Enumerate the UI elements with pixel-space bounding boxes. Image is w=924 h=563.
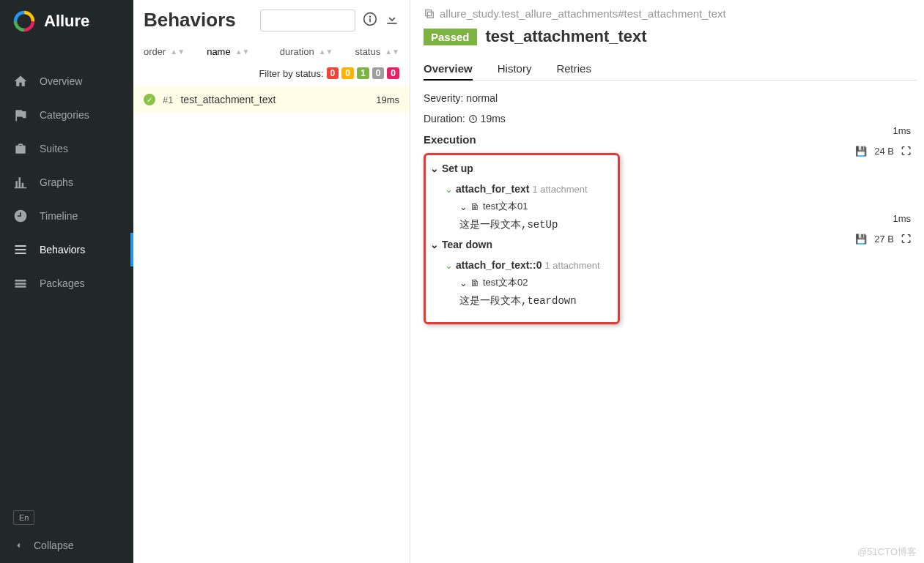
sidebar-item-packages[interactable]: Packages [0, 266, 133, 300]
test-name: test_attachment_text [180, 94, 276, 105]
status-passed-icon: ✓ [144, 94, 155, 105]
filter-skipped[interactable]: 0 [372, 67, 385, 79]
briefcase-icon [13, 141, 28, 156]
test-title: test_attachment_text [486, 27, 647, 46]
status-badge: Passed [424, 29, 477, 45]
sidebar-item-label: Suites [40, 143, 68, 154]
download-icon[interactable] [385, 12, 399, 29]
clock-icon [13, 209, 28, 223]
sort-status[interactable]: status▲▼ [355, 46, 399, 57]
filter-passed[interactable]: 1 [357, 67, 369, 79]
tab-overview[interactable]: Overview [424, 58, 473, 81]
collapse-button[interactable]: Collapse [13, 540, 120, 551]
sidebar-item-categories[interactable]: Categories [0, 98, 133, 132]
setup-fixture[interactable]: ⌄ attach_for_text 1 attachment [430, 180, 613, 198]
duration-line: Duration: 19ms [424, 113, 917, 124]
file-icon: 🗎 [470, 277, 480, 288]
sidebar-item-label: Timeline [40, 210, 78, 222]
allure-logo-icon [13, 10, 35, 32]
sidebar-footer: En Collapse [0, 499, 133, 563]
sort-duration[interactable]: duration▲▼ [280, 46, 333, 57]
chevron-down-icon: ⌄ [459, 277, 467, 288]
chevron-down-icon: ⌄ [445, 184, 453, 195]
sidebar: Allure Overview Categories Suites Graphs… [0, 0, 133, 563]
filter-row: Filter by status: 0 0 1 0 0 [133, 63, 410, 86]
home-icon [13, 74, 28, 89]
sort-row: order▲▼ name▲▼ duration▲▼ status▲▼ [133, 40, 410, 63]
attachment-meta-1: 💾24 B ⛶ [855, 146, 911, 157]
sidebar-item-behaviors[interactable]: Behaviors [0, 233, 133, 266]
behaviors-header: Behaviors [133, 0, 410, 40]
sidebar-item-overview[interactable]: Overview [0, 64, 133, 98]
sidebar-item-timeline[interactable]: Timeline [0, 199, 133, 233]
tab-history[interactable]: History [498, 58, 532, 80]
collapse-label: Collapse [34, 540, 73, 551]
sidebar-item-label: Behaviors [40, 244, 85, 256]
teardown-header[interactable]: ⌄ Tear down [430, 239, 613, 250]
chevron-down-icon: ⌄ [430, 163, 439, 174]
test-row[interactable]: ✓ #1 test_attachment_text 19ms [133, 86, 410, 113]
chevron-left-icon [13, 540, 23, 551]
test-duration: 19ms [376, 94, 399, 105]
clock-icon [468, 114, 478, 124]
svg-rect-6 [369, 18, 371, 22]
tab-retries[interactable]: Retries [556, 58, 591, 80]
fullscreen-icon[interactable]: ⛶ [901, 234, 911, 245]
brand-text: Allure [44, 12, 89, 31]
save-icon[interactable]: 💾 [855, 146, 867, 157]
attachment-row-2[interactable]: ⌄ 🗎 test文本02 [430, 274, 613, 291]
sidebar-item-label: Categories [40, 109, 89, 121]
svg-rect-7 [427, 12, 433, 18]
watermark: @51CTO博客 [857, 545, 917, 559]
execution-box: ⌄ Set up ⌄ attach_for_text 1 attachment … [424, 153, 620, 324]
detail-panel: allure_study.test_allure_attachments#tes… [410, 0, 924, 563]
fullscreen-icon[interactable]: ⛶ [901, 146, 911, 157]
behaviors-panel: Behaviors order▲▼ name▲▼ duration▲▼ stat… [133, 0, 410, 563]
teardown-duration: 1ms [892, 213, 911, 224]
filter-broken[interactable]: 0 [341, 67, 354, 79]
setup-header[interactable]: ⌄ Set up [430, 163, 613, 174]
language-button[interactable]: En [13, 510, 34, 525]
chevron-down-icon: ⌄ [445, 260, 453, 271]
filter-unknown[interactable]: 0 [387, 67, 399, 79]
filter-failed[interactable]: 0 [327, 67, 339, 79]
sidebar-item-suites[interactable]: Suites [0, 132, 133, 165]
sort-order[interactable]: order▲▼ [144, 46, 185, 57]
copy-icon[interactable] [424, 8, 435, 20]
save-icon[interactable]: 💾 [855, 234, 867, 245]
attachment-content-2: 这是一段文本,teardown [430, 291, 613, 315]
title-row: Passed test_attachment_text [424, 27, 917, 46]
sort-name[interactable]: name▲▼ [207, 46, 249, 57]
teardown-fixture[interactable]: ⌄ attach_for_text::0 1 attachment [430, 256, 613, 274]
file-icon: 🗎 [470, 201, 480, 212]
svg-rect-8 [426, 10, 432, 15]
layers-icon [13, 276, 28, 291]
bar-chart-icon [13, 175, 28, 190]
chevron-down-icon: ⌄ [430, 239, 439, 250]
sidebar-item-label: Graphs [40, 176, 73, 188]
logo[interactable]: Allure [0, 0, 133, 42]
flag-icon [13, 108, 28, 122]
svg-point-5 [369, 15, 372, 18]
panel-title: Behaviors [144, 9, 236, 31]
breadcrumb: allure_study.test_allure_attachments#tes… [424, 7, 917, 20]
test-id: #1 [163, 94, 173, 105]
chevron-down-icon: ⌄ [459, 201, 467, 212]
setup-duration: 1ms [892, 125, 911, 136]
attachment-row-1[interactable]: ⌄ 🗎 test文本01 [430, 198, 613, 215]
sidebar-item-label: Packages [40, 277, 84, 289]
attachment-meta-2: 💾27 B ⛶ [855, 234, 911, 245]
filter-label: Filter by status: [259, 68, 323, 79]
tabs: Overview History Retries [424, 58, 917, 81]
sidebar-item-label: Overview [40, 75, 82, 87]
sidebar-item-graphs[interactable]: Graphs [0, 165, 133, 199]
severity-line: Severity: normal [424, 92, 917, 104]
execution-heading: Execution [424, 133, 917, 146]
info-icon[interactable] [363, 12, 377, 29]
sidebar-nav: Overview Categories Suites Graphs Timeli… [0, 42, 133, 499]
list-icon [13, 242, 28, 257]
search-input[interactable] [260, 10, 355, 31]
attachment-content-1: 这是一段文本,setUp [430, 215, 613, 239]
